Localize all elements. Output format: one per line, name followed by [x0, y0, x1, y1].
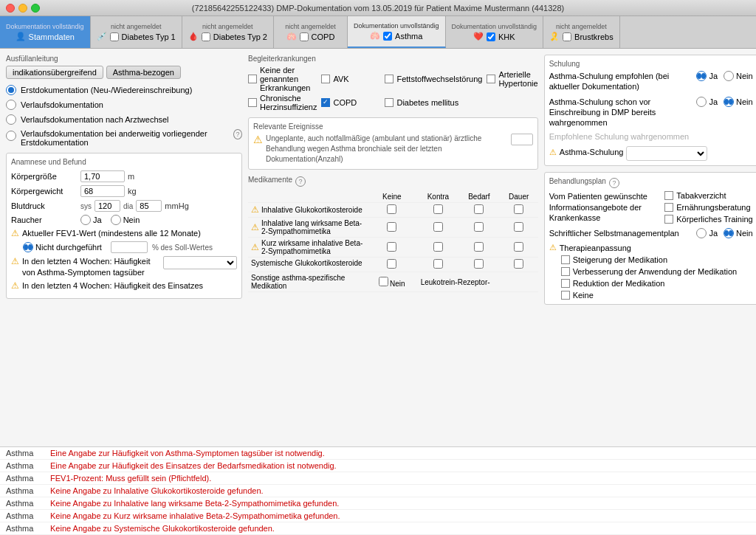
- begleit-copd-checkbox[interactable]: [321, 98, 330, 107]
- radio-erstdoku-circle[interactable]: [6, 85, 16, 95]
- begleit-fett-checkbox[interactable]: [385, 75, 394, 83]
- therapie-verbesserung[interactable]: Verbesserung der Anwendung der Medikatio…: [561, 267, 753, 276]
- fill-indikation-btn[interactable]: indikationsübergreifend: [6, 66, 103, 79]
- tab-diabetes1-checkbox[interactable]: [110, 32, 119, 41]
- tab-asthma-checkbox[interactable]: [383, 32, 392, 41]
- radio-verlauf-arzt[interactable]: Verlaufsdokumentation nach Arztwechsel: [6, 114, 242, 125]
- haeufigkeit1-select[interactable]: [163, 256, 237, 269]
- schulung2-ja-opt[interactable]: Ja: [696, 97, 718, 107]
- tab-stammdaten[interactable]: Dokumentation vollständig 👤 Stammdaten: [0, 16, 91, 48]
- therapie-reduktion-checkbox[interactable]: [561, 279, 570, 288]
- schulung2-nein-radio[interactable]: [724, 97, 734, 107]
- begleit-arterielle[interactable]: Arterielle Hypertonie: [487, 66, 537, 92]
- fev1-nicht-radio[interactable]: [23, 242, 33, 252]
- ernaehrung-checkbox[interactable]: [664, 203, 673, 212]
- blutdruck-sys-input[interactable]: [94, 200, 120, 212]
- begleit-arterielle-checkbox[interactable]: [487, 75, 495, 83]
- begleit-fett[interactable]: Fettstoffwechselstörung: [385, 66, 482, 92]
- med-row2-bedarf[interactable]: [474, 222, 484, 232]
- radio-verlauf[interactable]: Verlaufsdokumentation: [6, 100, 242, 110]
- close-button[interactable]: [6, 4, 15, 13]
- ereignisse-anzahl-input[interactable]: [511, 134, 533, 145]
- schulung-nein-radio[interactable]: [724, 71, 734, 81]
- fill-asthma-btn[interactable]: Asthma-bezogen: [106, 66, 181, 79]
- begleit-keine[interactable]: Keine der genannten Erkrankungen: [248, 66, 317, 92]
- med-row1-keine[interactable]: [387, 204, 396, 214]
- therapie-verbesserung-checkbox[interactable]: [561, 267, 570, 276]
- begleit-copd[interactable]: COPD: [321, 94, 380, 111]
- medikamente-info-icon[interactable]: ?: [295, 176, 306, 187]
- raucher-ja-radio[interactable]: [80, 215, 91, 225]
- tab-brustkrebs[interactable]: nicht angemeldet 🎗️ Brustkrebs: [543, 16, 620, 48]
- med-row1-bedarf[interactable]: [474, 204, 484, 214]
- therapie-reduktion[interactable]: Reduktion der Medikation: [561, 279, 753, 288]
- radio-verlauf-arzt-circle[interactable]: [6, 114, 16, 125]
- selbst-ja-radio[interactable]: [696, 228, 707, 238]
- fev1-nicht-radio-opt[interactable]: Nicht durchgeführt: [23, 242, 102, 252]
- tab-khk-checkbox[interactable]: [487, 32, 495, 41]
- radio-verlauf-anderseitig[interactable]: Verlaufsdokumentation bei anderweitig vo…: [6, 129, 242, 147]
- raucher-nein-radio[interactable]: [111, 215, 121, 225]
- minimize-button[interactable]: [18, 4, 27, 13]
- begleit-avk[interactable]: AVK: [321, 66, 380, 92]
- selbst-ja-opt[interactable]: Ja: [696, 228, 718, 238]
- tab-diabetes2-checkbox[interactable]: [202, 32, 210, 41]
- therapie-steigerung-checkbox[interactable]: [561, 255, 570, 264]
- med-row4-kontra[interactable]: [433, 259, 443, 269]
- begleit-diabetes[interactable]: Diabetes mellitus: [385, 94, 482, 111]
- tabakverzicht-item[interactable]: Tabakverzicht: [664, 191, 752, 200]
- raucher-ja-opt[interactable]: Ja: [80, 215, 102, 225]
- med-row5-nein[interactable]: [379, 277, 388, 286]
- med-row3-bedarf[interactable]: [474, 242, 484, 252]
- begleit-diabetes-checkbox[interactable]: [385, 98, 394, 107]
- begleit-avk-checkbox[interactable]: [321, 75, 330, 83]
- med-row3-dauer[interactable]: [514, 242, 523, 252]
- med-row2-dauer[interactable]: [514, 222, 523, 232]
- med-row4-keine[interactable]: [387, 259, 396, 269]
- schulung-ja-radio[interactable]: [696, 71, 707, 81]
- tab-asthma[interactable]: Dokumentation unvollständig 🫁 Asthma: [348, 16, 446, 48]
- radio-verlauf-anderseitig-circle[interactable]: [6, 131, 16, 141]
- tab-diabetes2[interactable]: nicht angemeldet 🩸 Diabetes Typ 2: [182, 16, 274, 48]
- radio-erstdoku[interactable]: Erstdokumentation (Neu-/Wiedereinschreib…: [6, 85, 242, 95]
- med-row3-kontra[interactable]: [433, 242, 443, 252]
- ernaehrung-item[interactable]: Ernährungsberatung: [664, 203, 752, 212]
- med-row3-keine[interactable]: [387, 242, 396, 252]
- selbst-nein-radio[interactable]: [724, 228, 734, 238]
- therapie-steigerung[interactable]: Steigerung der Medikation: [561, 255, 753, 264]
- tab-khk[interactable]: Dokumentation unvollständig ❤️ KHK: [446, 16, 544, 48]
- raucher-nein-opt[interactable]: Nein: [111, 215, 140, 225]
- therapie-keine[interactable]: Keine: [561, 291, 753, 300]
- blutdruck-dia-input[interactable]: [136, 200, 162, 212]
- therapie-keine-checkbox[interactable]: [561, 291, 570, 300]
- training-item[interactable]: Körperliches Training: [664, 215, 752, 224]
- tab-copd[interactable]: nicht angemeldet 🫁 COPD: [274, 16, 348, 48]
- schulung2-nein-opt[interactable]: Nein: [724, 97, 753, 107]
- koerpergroesse-input[interactable]: [80, 170, 125, 182]
- schulung-ja-opt[interactable]: Ja: [696, 71, 718, 81]
- fev1-value-input[interactable]: [111, 241, 148, 253]
- begleit-keine-checkbox[interactable]: [248, 75, 257, 83]
- schulung-nein-opt[interactable]: Nein: [724, 71, 753, 81]
- schulung2-ja-radio[interactable]: [696, 97, 707, 107]
- begleit-herzinsuff[interactable]: Chronische Herzinsuffizienz: [248, 94, 317, 111]
- tab-diabetes1[interactable]: nicht angemeldet 💉 Diabetes Typ 1: [91, 16, 182, 48]
- radio-verlauf-circle[interactable]: [6, 100, 16, 110]
- med-row1-dauer[interactable]: [514, 204, 523, 214]
- info-icon[interactable]: ?: [233, 129, 242, 139]
- med-row2-kontra[interactable]: [433, 222, 443, 232]
- med-row2-keine[interactable]: [387, 222, 396, 232]
- begleit-herzinsuff-checkbox[interactable]: [248, 98, 257, 107]
- med-row1-kontra[interactable]: [433, 204, 443, 214]
- maximize-button[interactable]: [31, 4, 40, 13]
- koerpergewicht-input[interactable]: [80, 185, 125, 197]
- training-checkbox[interactable]: [664, 215, 673, 224]
- tab-copd-checkbox[interactable]: [300, 32, 309, 41]
- med-row4-bedarf[interactable]: [474, 259, 484, 269]
- behandlungsplan-info-icon[interactable]: ?: [609, 178, 619, 188]
- selbst-nein-opt[interactable]: Nein: [724, 228, 753, 238]
- med-row4-dauer[interactable]: [514, 259, 523, 269]
- tab-brustkrebs-checkbox[interactable]: [563, 32, 571, 41]
- tabakverzicht-checkbox[interactable]: [664, 191, 673, 200]
- schulung-dropdown[interactable]: [626, 146, 707, 161]
